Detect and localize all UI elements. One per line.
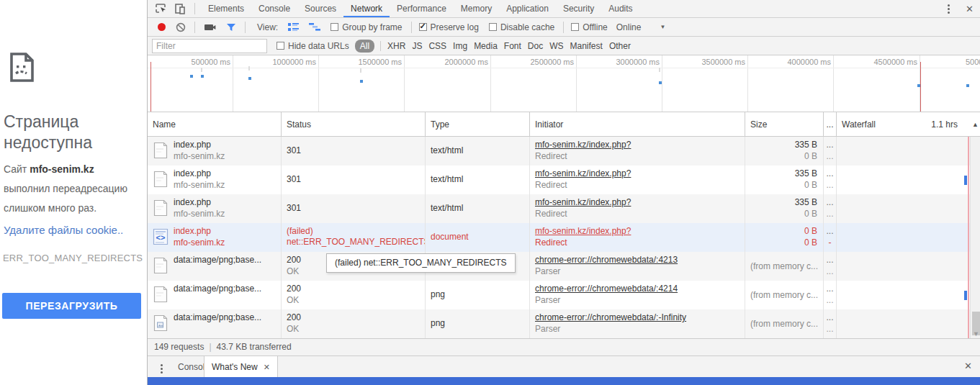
column-header-name[interactable]: Name	[148, 112, 282, 137]
filter-chip-css[interactable]: CSS	[428, 41, 446, 51]
request-type: png	[431, 289, 529, 300]
column-header-size[interactable]: Size	[745, 112, 824, 137]
document-file-icon	[153, 142, 168, 159]
request-row[interactable]: index.phpmfo-senim.kz301text/htmlmfo-sen…	[148, 137, 980, 166]
reload-button[interactable]: ПЕРЕЗАГРУЗИТЬ	[2, 293, 141, 319]
more-dots[interactable]: ...	[824, 323, 836, 335]
table-scrollbar[interactable]: ▼	[970, 137, 980, 338]
tab-audits[interactable]: Audits	[601, 0, 639, 17]
request-row[interactable]: index.phpmfo-senim.kz301text/htmlmfo-sen…	[148, 166, 980, 194]
request-dot	[190, 75, 193, 78]
screenshot-icon[interactable]	[204, 23, 216, 32]
column-header-waterfall[interactable]: Waterfall	[837, 112, 980, 137]
more-dots[interactable]: ...	[824, 266, 836, 278]
clear-icon[interactable]	[176, 22, 186, 32]
tab-memory[interactable]: Memory	[454, 0, 499, 17]
tab-security[interactable]: Security	[556, 0, 601, 17]
more-dots[interactable]: ...	[824, 197, 836, 208]
status-code: 301	[287, 203, 425, 214]
delete-cookies-link[interactable]: Удалите файлы cookie..	[4, 224, 123, 236]
tab-close-icon[interactable]: ✕	[264, 363, 270, 371]
column-header-more[interactable]: ...	[824, 112, 837, 137]
drawer-tab-whats-new[interactable]: What's New✕	[204, 356, 278, 378]
request-row[interactable]: index.phpmfo-senim.kz301text/htmlmfo-sen…	[148, 194, 980, 223]
more-dots[interactable]: -	[824, 237, 836, 249]
waterfall-duration: 1.1 hrs	[931, 112, 958, 137]
initiator-link[interactable]: mfo-senim.kz/index.php?	[535, 226, 631, 236]
request-row[interactable]: <>index.phpmfo-senim.kz(failed)net::ERR_…	[148, 223, 980, 252]
scroll-down-icon[interactable]: ▼	[971, 330, 980, 338]
timeline-tick-label: 1500000 ms	[358, 58, 402, 66]
tab-network[interactable]: Network	[343, 0, 390, 17]
disable-cache-checkbox[interactable]	[489, 23, 497, 31]
size-content: 0 B	[750, 208, 817, 220]
image-file-icon	[153, 314, 168, 332]
tab-application[interactable]: Application	[499, 0, 556, 17]
filter-chip-img[interactable]: Img	[453, 41, 467, 51]
initiator-link[interactable]: chrome-error://chromewebdata/:4213	[535, 255, 678, 265]
more-dots[interactable]: ...	[824, 294, 836, 307]
inspect-element-icon[interactable]	[155, 3, 167, 14]
request-row[interactable]: data:image/png;base...200OKpngchrome-err…	[148, 309, 980, 338]
filter-input[interactable]	[152, 39, 267, 53]
devtools-close-icon[interactable]: ✕	[963, 2, 976, 16]
more-dots[interactable]: ...	[824, 179, 836, 191]
scroll-up-icon[interactable]: ▲	[970, 117, 980, 132]
devtools-panel: ElementsConsoleSourcesNetworkPerformance…	[147, 0, 980, 385]
offline-checkbox[interactable]	[571, 23, 579, 31]
more-dots[interactable]: ...	[824, 150, 836, 163]
device-toolbar-icon[interactable]	[174, 3, 186, 14]
hide-data-urls-label: Hide data URLs	[288, 41, 349, 51]
timeline-tick-label: 500000 ms	[192, 58, 230, 66]
column-header-type[interactable]: Type	[426, 112, 530, 137]
more-dots[interactable]: ...	[824, 284, 836, 294]
group-by-frame-checkbox[interactable]	[331, 23, 338, 31]
throttling-select[interactable]: Online	[616, 22, 642, 32]
filter-chip-font[interactable]: Font	[504, 41, 521, 51]
request-row[interactable]: data:image/png;base...200OKpngchrome-err…	[148, 281, 980, 309]
filter-chip-js[interactable]: JS	[412, 41, 422, 51]
show-overview-icon[interactable]	[309, 23, 320, 31]
filter-chip-media[interactable]: Media	[474, 41, 498, 51]
tab-performance[interactable]: Performance	[390, 0, 454, 17]
column-header-status[interactable]: Status	[282, 112, 426, 137]
drawer-close-icon[interactable]: ✕	[961, 359, 975, 373]
more-dots[interactable]: ...	[824, 208, 836, 220]
size-transferred: (from memory c...	[750, 318, 817, 330]
more-dots[interactable]: ...	[824, 312, 836, 323]
preserve-log-checkbox[interactable]	[419, 23, 427, 31]
network-overview[interactable]: 500000 ms1000000 ms1500000 ms2000000 ms2…	[148, 55, 980, 112]
initiator-link[interactable]: mfo-senim.kz/index.php?	[535, 197, 631, 207]
more-dots[interactable]: ...	[824, 168, 836, 179]
tab-sources[interactable]: Sources	[297, 0, 343, 17]
request-name: data:image/png;base...	[174, 284, 261, 294]
tab-elements[interactable]: Elements	[201, 0, 251, 17]
more-dots[interactable]: ...	[824, 140, 836, 150]
column-header-initiator[interactable]: Initiator	[530, 112, 745, 137]
filter-chip-ws[interactable]: WS	[549, 41, 563, 51]
initiator-link[interactable]: chrome-error://chromewebdata/:-Infinity	[535, 312, 686, 322]
filter-chip-xhr[interactable]: XHR	[387, 41, 405, 51]
initiator-link[interactable]: mfo-senim.kz/index.php?	[535, 168, 631, 178]
use-large-rows-icon[interactable]	[288, 23, 299, 32]
chevron-down-icon[interactable]: ▼	[660, 24, 665, 30]
filter-chip-manifest[interactable]: Manifest	[570, 41, 603, 51]
devtools-menu-icon[interactable]	[943, 1, 954, 17]
filter-chip-doc[interactable]: Doc	[528, 41, 543, 51]
record-button[interactable]	[158, 23, 166, 31]
filter-chip-other[interactable]: Other	[609, 41, 631, 51]
initiator-link[interactable]: mfo-senim.kz/index.php?	[535, 140, 631, 150]
filter-chip-all[interactable]: All	[355, 40, 374, 53]
initiator-link[interactable]: chrome-error://chromewebdata/:4214	[535, 284, 678, 294]
site-name: mfo-senim.kz	[30, 163, 94, 175]
timeline-tick-label: 2500000 ms	[530, 58, 574, 66]
tab-console[interactable]: Console	[251, 0, 297, 17]
more-dots[interactable]: ...	[824, 255, 836, 266]
drawer-menu-icon[interactable]	[156, 361, 167, 376]
error-title: Страница недоступна	[4, 112, 92, 153]
filter-icon[interactable]	[226, 23, 236, 32]
request-row[interactable]: data:image/png;base...200OKchrome-error:…	[148, 252, 980, 281]
more-dots[interactable]: ...	[824, 226, 836, 237]
hide-data-urls-checkbox[interactable]	[277, 42, 284, 50]
document-file-icon	[153, 171, 168, 188]
